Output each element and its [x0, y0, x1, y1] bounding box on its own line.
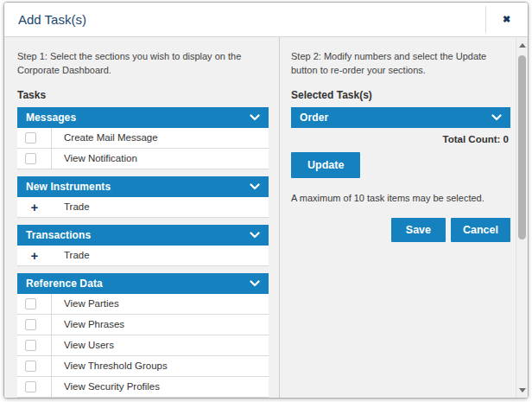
task-row[interactable]: Create Mail Message — [17, 128, 269, 149]
task-row-label: View Security Profiles — [52, 377, 160, 397]
tasks-label: Tasks — [17, 89, 269, 101]
checkbox[interactable] — [25, 153, 36, 164]
chevron-down-icon — [250, 232, 260, 239]
task-row-label: Trade — [52, 197, 90, 217]
order-dropdown-header[interactable]: Order — [291, 107, 510, 128]
task-row-label: View Users — [52, 335, 114, 355]
update-button[interactable]: Update — [291, 152, 360, 178]
task-section-messages: Messages Create Mail Message View Notifi… — [17, 107, 269, 169]
step1-panel: Step 1: Select the sections you wish to … — [4, 37, 280, 399]
section-header-messages[interactable]: Messages — [17, 107, 269, 128]
step2-panel: Step 2: Modify numbers and select the Up… — [280, 37, 528, 399]
checkbox[interactable] — [25, 132, 36, 144]
checkbox-cell — [17, 377, 52, 397]
checkbox-cell — [17, 315, 52, 335]
selected-tasks-label: Selected Task(s) — [291, 89, 510, 101]
vertical-scrollbar[interactable] — [516, 37, 528, 399]
chevron-down-icon — [250, 183, 260, 190]
task-section-new-instruments: New Instruments + Trade — [17, 176, 269, 218]
section-title: Transactions — [26, 229, 91, 241]
max-items-note: A maximum of 10 task items may be select… — [291, 193, 510, 203]
section-header-transactions[interactable]: Transactions — [17, 225, 269, 246]
task-row-label: Create Mail Message — [52, 128, 158, 148]
total-count-value: 0 — [504, 134, 509, 144]
checkbox-cell — [17, 128, 52, 148]
dialog-body: Step 1: Select the sections you wish to … — [4, 37, 528, 399]
chevron-down-icon — [491, 114, 502, 121]
checkbox[interactable] — [25, 361, 36, 372]
checkbox-cell — [17, 335, 52, 355]
order-section: Order — [291, 107, 510, 128]
section-header-reference-data[interactable]: Reference Data — [17, 273, 269, 294]
total-count: Total Count: 0 — [291, 134, 510, 144]
checkbox-cell — [17, 294, 52, 314]
scroll-down-icon[interactable] — [519, 388, 526, 392]
section-title: Messages — [26, 112, 76, 124]
task-section-transactions: Transactions + Trade — [17, 225, 269, 266]
task-row-label: View Threshold Groups — [52, 356, 168, 376]
task-row[interactable]: View Parties — [17, 294, 269, 315]
task-section-reference-data: Reference Data View Parties View Phrases… — [17, 273, 269, 398]
step2-instructions: Step 2: Modify numbers and select the Up… — [291, 50, 510, 78]
scroll-up-icon[interactable] — [519, 43, 526, 48]
task-row[interactable]: View Security Profiles — [17, 377, 269, 398]
checkbox-cell — [17, 356, 52, 376]
action-buttons: Save Cancel — [291, 218, 510, 242]
save-button[interactable]: Save — [391, 218, 446, 242]
task-row[interactable]: View Phrases — [17, 315, 269, 335]
add-tasks-dialog: Add Task(s) ✖ Step 1: Select the section… — [3, 2, 529, 399]
task-row[interactable]: View Users — [17, 335, 269, 356]
scrollbar-thumb[interactable] — [518, 55, 526, 239]
order-title: Order — [300, 112, 328, 124]
plus-icon[interactable]: + — [31, 249, 39, 262]
task-row-label: View Phrases — [52, 315, 124, 335]
chevron-down-icon — [250, 280, 260, 287]
cancel-button[interactable]: Cancel — [451, 218, 510, 242]
task-row[interactable]: + Trade — [17, 246, 269, 266]
task-row-label: View Parties — [52, 294, 119, 314]
plus-icon[interactable]: + — [31, 201, 39, 214]
task-row-label: Trade — [52, 246, 90, 265]
dialog-titlebar: Add Task(s) ✖ — [4, 3, 528, 37]
section-title: New Instruments — [26, 181, 111, 193]
plus-cell: + — [17, 197, 52, 217]
task-row[interactable]: View Notification — [17, 149, 269, 169]
section-title: Reference Data — [26, 278, 103, 290]
checkbox-cell — [17, 149, 52, 169]
task-row[interactable]: + Trade — [17, 197, 269, 218]
dialog-title: Add Task(s) — [4, 3, 485, 36]
task-row[interactable]: View Threshold Groups — [17, 356, 269, 377]
step1-instructions: Step 1: Select the sections you wish to … — [17, 50, 269, 78]
section-header-new-instruments[interactable]: New Instruments — [17, 176, 269, 197]
plus-cell: + — [17, 246, 52, 265]
close-button[interactable]: ✖ — [485, 3, 528, 36]
total-count-label: Total Count: — [443, 134, 501, 144]
checkbox[interactable] — [25, 340, 36, 351]
checkbox[interactable] — [25, 298, 36, 309]
chevron-down-icon — [250, 114, 260, 121]
close-icon: ✖ — [503, 14, 510, 25]
checkbox[interactable] — [25, 381, 36, 392]
checkbox[interactable] — [25, 319, 36, 330]
task-row-label: View Notification — [52, 149, 137, 169]
